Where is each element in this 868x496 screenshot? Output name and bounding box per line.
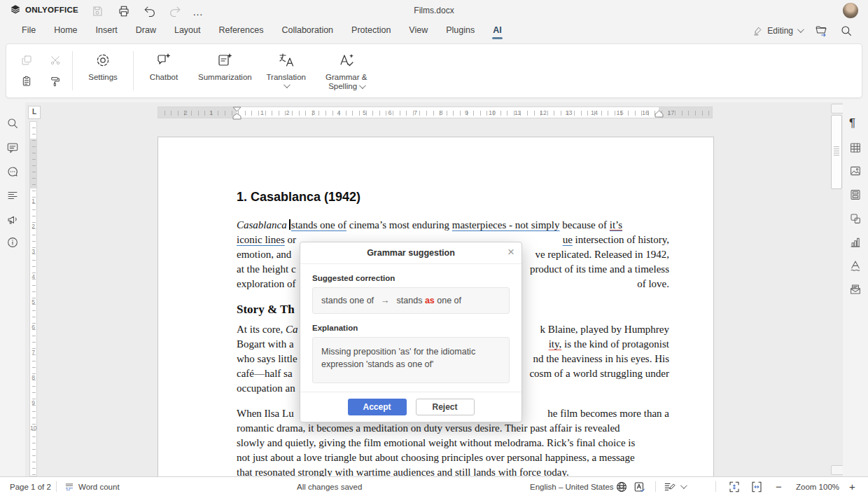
reject-button[interactable]: Reject [416,399,475,415]
page-indicator[interactable]: Page 1 of 2 [10,477,51,496]
paragraph-settings-icon[interactable]: ¶ [849,117,862,130]
format-painter-button[interactable] [50,76,61,87]
accept-button[interactable]: Accept [348,399,407,415]
correction-after: stands as one of [397,296,461,305]
feedback-icon[interactable] [6,213,19,226]
summarization-button[interactable]: Summarization [191,44,259,97]
search-icon[interactable] [6,117,19,130]
translation-button[interactable]: Translation [259,44,314,97]
tab-draw[interactable]: Draw [127,22,165,40]
correction-after-pre: stands [397,296,423,305]
tab-protection[interactable]: Protection [342,22,400,40]
tab-insert[interactable]: Insert [87,22,127,40]
text-run: who says little [237,353,298,364]
document-sparkle-icon [216,51,233,69]
mail-merge-icon[interactable] [849,283,862,296]
pencil-icon [753,26,763,36]
avatar[interactable] [843,3,858,18]
chatbot-button[interactable]: Chatbot [136,44,191,97]
shape-settings-icon[interactable] [849,212,862,225]
arrow-right-icon: → [381,296,390,305]
text-run: ue [563,234,573,245]
scrollbar-thumb[interactable] [831,115,842,189]
text-run: it’s [610,219,622,231]
text-run: at the height c [237,263,296,275]
table-settings-icon[interactable] [849,142,862,154]
zoom-out-button[interactable]: − [776,477,782,496]
tab-plugins[interactable]: Plugins [437,22,484,40]
text-run: not just about a love triangle but about… [237,452,635,463]
tab-references[interactable]: References [209,22,272,40]
open-file-location-button[interactable] [815,25,827,37]
language-selector[interactable]: English – United States [530,477,623,496]
fit-width-button[interactable] [750,477,763,496]
save-status: All changes saved [297,477,362,496]
text-run: product of its time and a timeless [530,263,669,275]
ai-toolbar: Settings Chatbot Summarization [6,43,862,98]
navigation-icon[interactable] [6,189,19,202]
ruler-number: 6 [386,109,393,116]
doc-line: not just about a love triangle but about… [237,452,669,467]
grammar-suggestion-dialog: Grammar suggestion × Suggested correctio… [300,242,522,422]
doc-line: slowly and quietly, giving the film emot… [237,437,669,452]
ruler-number: 2 [182,109,188,116]
zoom-in-button[interactable]: + [849,477,855,496]
chevron-down-icon [359,82,366,89]
image-settings-icon[interactable] [849,165,862,177]
spellcheck-toggle[interactable] [634,477,646,496]
status-bar: Page 1 of 2 12 Word count All changes sa… [0,476,868,496]
word-count-icon: 12 [64,482,74,492]
header-footer-icon[interactable] [849,188,862,201]
ruler-number: 9 [463,109,470,116]
scroll-up-button[interactable] [831,104,843,113]
text-run: intersection of history, [573,234,669,245]
scroll-down-button[interactable] [831,465,843,475]
settings-button[interactable]: Settings [76,44,130,97]
close-icon[interactable]: × [507,245,514,259]
tab-collaboration[interactable]: Collaboration [272,22,342,40]
chart-settings-icon[interactable] [849,236,862,249]
horizontal-ruler: 123456789101112131415161721 [158,106,713,118]
ruler-number: 17 [666,109,676,116]
tab-home[interactable]: Home [45,22,86,40]
tab-ai[interactable]: AI [484,22,511,40]
tab-view[interactable]: View [400,22,437,40]
track-changes-button[interactable] [664,477,685,496]
word-count-button[interactable]: 12 Word count [64,477,120,496]
editing-mode-selector[interactable]: Editing [753,26,802,36]
text-run: emotion, and [237,249,291,260]
correction-after-post: one of [437,296,461,305]
text-run: that resonated strongly with wartime aud… [237,467,569,476]
comments-icon[interactable] [6,142,19,154]
dialog-header[interactable]: Grammar suggestion × [300,242,522,264]
menu-tabs: FileHomeInsertDrawLayoutReferencesCollab… [0,22,511,40]
search-button[interactable] [840,25,853,37]
about-icon[interactable] [6,236,19,249]
text-run: stands one of [291,219,346,230]
text-art-icon[interactable] [849,259,862,272]
chat-sparkle-icon [155,51,172,69]
statusbar-divider [56,481,57,492]
cut-button[interactable] [50,55,61,66]
grammar-spelling-button[interactable]: Grammar & Spelling [314,44,379,97]
left-indent-marker[interactable] [232,113,241,120]
tab-stop-selector[interactable]: L [28,106,41,119]
explanation-label: Explanation [312,324,510,332]
fit-page-button[interactable] [728,477,741,496]
chevron-down-icon [797,26,804,33]
toolbar-divider [133,51,134,90]
paste-button[interactable] [21,76,32,87]
ruler-number: 12 [538,109,548,116]
chat-icon[interactable] [6,165,19,178]
ruler-number: 1 [30,198,36,205]
ruler-number: 1 [208,109,214,116]
vertical-ruler: 12345678910 [29,121,37,476]
ruler-number: 14 [589,109,599,116]
tab-layout[interactable]: Layout [165,22,210,40]
tab-file[interactable]: File [13,22,45,40]
copy-button[interactable] [21,55,32,66]
text-run: k Blaine, played by Humphrey [540,324,669,335]
right-indent-marker[interactable] [654,110,664,118]
set-language-button[interactable] [615,477,628,496]
first-line-indent-marker[interactable] [232,106,241,112]
